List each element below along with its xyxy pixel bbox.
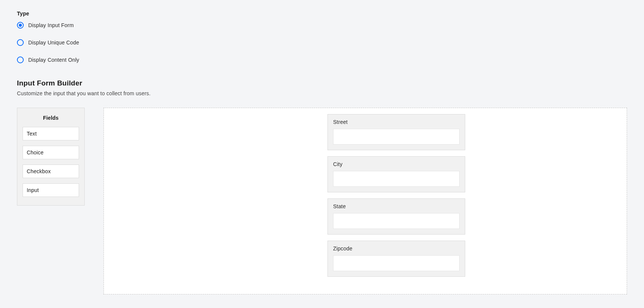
field-item-text[interactable]: Text — [23, 127, 79, 140]
form-field-label: City — [333, 161, 460, 167]
fields-panel: Fields Text Choice Checkbox Input — [17, 108, 85, 206]
radio-icon — [17, 39, 24, 46]
fields-panel-title: Fields — [23, 115, 79, 121]
type-radio-unique-code[interactable]: Display Unique Code — [17, 39, 627, 46]
type-radio-group: Display Input Form Display Unique Code D… — [17, 22, 627, 63]
form-field-input[interactable] — [333, 171, 460, 187]
type-radio-input-form[interactable]: Display Input Form — [17, 22, 627, 29]
form-field-city[interactable]: City — [327, 156, 465, 192]
radio-icon — [17, 56, 24, 63]
form-field-label: Street — [333, 119, 460, 125]
form-field-street[interactable]: Street — [327, 114, 465, 150]
field-item-checkbox[interactable]: Checkbox — [23, 165, 79, 178]
radio-label: Display Input Form — [28, 22, 74, 28]
builder-subheading: Customize the input that you want to col… — [17, 90, 627, 96]
form-field-input[interactable] — [333, 213, 460, 229]
type-radio-content-only[interactable]: Display Content Only — [17, 56, 627, 63]
builder-heading: Input Form Builder — [17, 79, 627, 87]
radio-icon — [17, 22, 24, 29]
form-field-input[interactable] — [333, 129, 460, 145]
form-field-state[interactable]: State — [327, 198, 465, 235]
radio-label: Display Content Only — [28, 57, 79, 63]
form-canvas[interactable]: Street City State Zipcode — [104, 108, 627, 294]
form-field-label: Zipcode — [333, 245, 460, 252]
form-field-zipcode[interactable]: Zipcode — [327, 241, 465, 277]
radio-label: Display Unique Code — [28, 40, 79, 46]
type-heading: Type — [17, 11, 627, 17]
form-field-input[interactable] — [333, 255, 460, 271]
form-field-label: State — [333, 203, 460, 209]
field-item-input[interactable]: Input — [23, 183, 79, 197]
field-item-choice[interactable]: Choice — [23, 146, 79, 159]
